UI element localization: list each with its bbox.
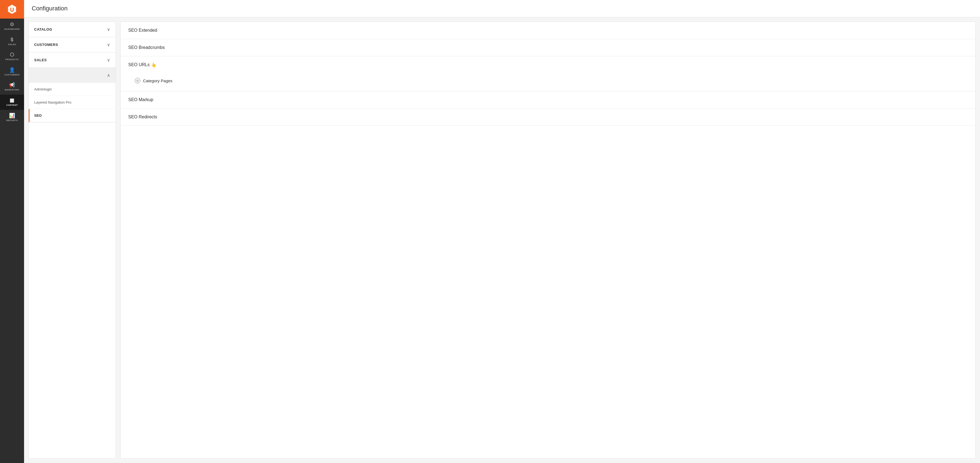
right-section-seo-extended: SEO Extended — [121, 22, 975, 39]
right-section-seo-urls-header[interactable]: SEO URLs 👆 — [121, 56, 975, 73]
seo-markup-title: SEO Markup — [128, 97, 153, 102]
sidebar-item-dashboard[interactable]: ⊙ DASHBOARD — [0, 19, 24, 34]
sub-item-seo[interactable]: SEO — [29, 109, 116, 122]
sidebar-item-label: PRODUCTS — [5, 58, 19, 61]
accordion-customers-title: CUSTOMERS — [34, 43, 58, 47]
sidebar-item-customers[interactable]: 👤 CUSTOMERS — [0, 64, 24, 79]
right-section-seo-breadcrumbs: SEO Breadcrumbs — [121, 39, 975, 56]
sidebar-item-label: MARKETING — [5, 89, 19, 91]
gauge-icon: ⊙ — [10, 22, 14, 27]
chevron-down-icon: ∨ — [107, 27, 110, 32]
dollar-icon: $ — [11, 37, 14, 42]
seo-urls-title: SEO URLs 👆 — [128, 62, 156, 67]
sidebar-item-label: CONTENT — [6, 104, 18, 106]
person-icon: 👤 — [9, 68, 15, 73]
sub-item-layered-nav[interactable]: Layered Navigation Pro — [29, 96, 116, 109]
magento-logo-icon — [6, 4, 18, 15]
right-section-seo-extended-header[interactable]: SEO Extended — [121, 22, 975, 39]
chevron-down-icon: ∨ — [107, 42, 110, 47]
megaphone-icon: 📢 — [9, 82, 15, 87]
accordion-catalog: CATALOG ∨ — [29, 22, 116, 37]
right-section-seo-markup-header[interactable]: SEO Markup — [121, 91, 975, 108]
sidebar: ⊙ DASHBOARD $ SALES ⬡ PRODUCTS 👤 CUSTOME… — [0, 0, 24, 463]
page-header: Configuration — [24, 0, 980, 17]
right-section-seo-markup: SEO Markup — [121, 91, 975, 108]
sidebar-item-sales[interactable]: $ SALES — [0, 34, 24, 49]
right-section-seo-redirects-header[interactable]: SEO Redirects — [121, 108, 975, 125]
category-pages-label: Category Pages — [143, 78, 173, 83]
sidebar-item-label: CUSTOMERS — [5, 73, 19, 76]
accordion-sales-header[interactable]: SALES ∨ — [29, 52, 116, 68]
accordion-sub-items: Adminlogin Layered Navigation Pro SEO — [29, 83, 116, 122]
category-pages-row: ⊙ Category Pages — [135, 76, 968, 86]
sidebar-item-products[interactable]: ⬡ PRODUCTS — [0, 49, 24, 64]
content-area: CATALOG ∨ CUSTOMERS ∨ SALES ∨ — [24, 17, 980, 463]
chevron-down-icon: ∨ — [107, 57, 110, 63]
chevron-up-icon: ∧ — [107, 73, 110, 78]
right-section-seo-urls: SEO URLs 👆 ⊙ Category Pages — [121, 56, 975, 91]
seo-urls-content: ⊙ Category Pages — [121, 73, 975, 91]
left-panel: CATALOG ∨ CUSTOMERS ∨ SALES ∨ — [29, 22, 116, 458]
accordion-catalog-title: CATALOG — [34, 27, 52, 32]
sidebar-navigation: ⊙ DASHBOARD $ SALES ⬡ PRODUCTS 👤 CUSTOME… — [0, 19, 24, 463]
right-section-seo-redirects: SEO Redirects — [121, 108, 975, 126]
chart-icon: 📊 — [9, 113, 15, 118]
accordion-customers-header[interactable]: CUSTOMERS ∨ — [29, 37, 116, 52]
accordion-customers: CUSTOMERS ∨ — [29, 37, 116, 52]
sub-item-adminlogin[interactable]: Adminlogin — [29, 83, 116, 96]
accordion-expanded: ∧ Adminlogin Layered Navigation Pro SEO — [29, 68, 116, 122]
accordion-expanded-header[interactable]: ∧ — [29, 68, 116, 83]
sidebar-item-marketing[interactable]: 📢 MARKETING — [0, 79, 24, 95]
sidebar-logo — [0, 0, 24, 19]
cursor-pointer-icon: 👆 — [151, 62, 156, 68]
accordion-sales: SALES ∨ — [29, 52, 116, 68]
right-section-seo-breadcrumbs-header[interactable]: SEO Breadcrumbs — [121, 39, 975, 56]
main-content: Configuration CATALOG ∨ CUSTOMERS ∨ — [24, 0, 980, 463]
right-panel: SEO Extended SEO Breadcrumbs SEO URLs 👆 — [120, 22, 975, 458]
sidebar-item-reports[interactable]: 📊 REPORTS — [0, 110, 24, 125]
accordion-catalog-header[interactable]: CATALOG ∨ — [29, 22, 116, 37]
seo-redirects-title: SEO Redirects — [128, 114, 157, 119]
seo-extended-title: SEO Extended — [128, 28, 157, 33]
sidebar-item-content[interactable]: ▦ CONTENT — [0, 95, 24, 110]
seo-breadcrumbs-title: SEO Breadcrumbs — [128, 45, 165, 50]
sidebar-item-label: SALES — [8, 43, 16, 46]
page-title: Configuration — [32, 5, 972, 12]
grid-icon: ▦ — [10, 98, 14, 103]
category-pages-expand-icon[interactable]: ⊙ — [135, 78, 140, 83]
sidebar-item-label: REPORTS — [6, 119, 18, 122]
sidebar-item-label: DASHBOARD — [5, 28, 20, 31]
cube-icon: ⬡ — [10, 52, 14, 57]
accordion-sales-title: SALES — [34, 58, 47, 62]
